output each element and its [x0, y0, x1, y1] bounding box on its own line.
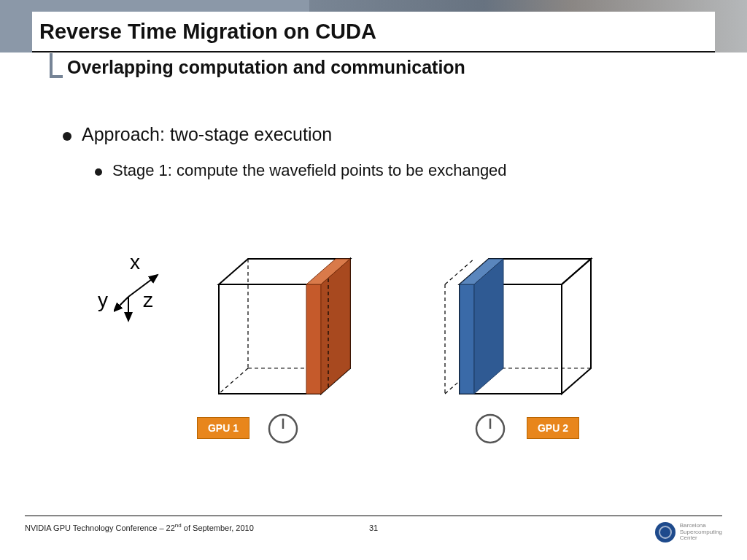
- bullet-dot-icon: [63, 132, 71, 141]
- bullet-level2-text: Stage 1: compute the wavefield points to…: [112, 161, 507, 180]
- svg-line-1: [114, 297, 128, 311]
- clock-icon: [474, 413, 506, 445]
- svg-line-0: [128, 275, 158, 297]
- axes-arrows-icon: [114, 271, 172, 322]
- cube-gpu2-icon: [438, 255, 598, 401]
- bullet-level1: Approach: two-stage execution: [63, 124, 703, 145]
- footer-conference: NVIDIA GPU Technology Conference – 22nd …: [25, 522, 254, 532]
- svg-line-7: [219, 368, 248, 394]
- page-number: 31: [369, 524, 378, 532]
- bullet-list: Approach: two-stage execution Stage 1: c…: [63, 124, 703, 180]
- subtitle-bracket-icon: [50, 53, 63, 78]
- title-box: Reverse Time Migration on CUDA: [32, 12, 715, 52]
- footer-logo: Barcelona Supercomputing Center: [655, 522, 722, 542]
- gpu-label-row: GPU 1 GPU 2: [109, 408, 664, 452]
- footer-text-prefix: NVIDIA GPU Technology Conference – 22: [25, 524, 175, 532]
- cube-gpu1-icon: [212, 255, 372, 401]
- bullet-level1-text: Approach: two-stage execution: [82, 124, 332, 145]
- svg-marker-19: [562, 259, 591, 394]
- bsc-logo-icon: [655, 522, 676, 542]
- footer-ordinal: nd: [175, 522, 182, 529]
- svg-marker-9: [306, 284, 321, 394]
- slide-title: Reverse Time Migration on CUDA: [39, 20, 376, 44]
- footer-text-suffix: of September, 2010: [182, 524, 254, 532]
- slide-subtitle: Overlapping computation and communicatio…: [67, 57, 465, 78]
- gpu1-badge: GPU 1: [197, 417, 249, 439]
- bsc-logo-text: Barcelona Supercomputing Center: [680, 523, 722, 542]
- bullet-dot-icon: [95, 168, 102, 176]
- subtitle-row: Overlapping computation and communicatio…: [50, 57, 465, 78]
- clock-icon: [267, 413, 299, 445]
- footer-divider: [25, 516, 722, 516]
- gpu1-cube: [212, 255, 372, 404]
- axes-indicator: x y z: [102, 255, 182, 335]
- gpu2-cube: [438, 255, 598, 404]
- gpu2-badge: GPU 2: [527, 417, 579, 439]
- svg-marker-3: [219, 284, 321, 394]
- axis-y-label: y: [98, 289, 108, 312]
- slide: Reverse Time Migration on CUDA Overlappi…: [0, 0, 747, 560]
- bullet-level2: Stage 1: compute the wavefield points to…: [95, 161, 703, 180]
- svg-marker-23: [460, 284, 474, 394]
